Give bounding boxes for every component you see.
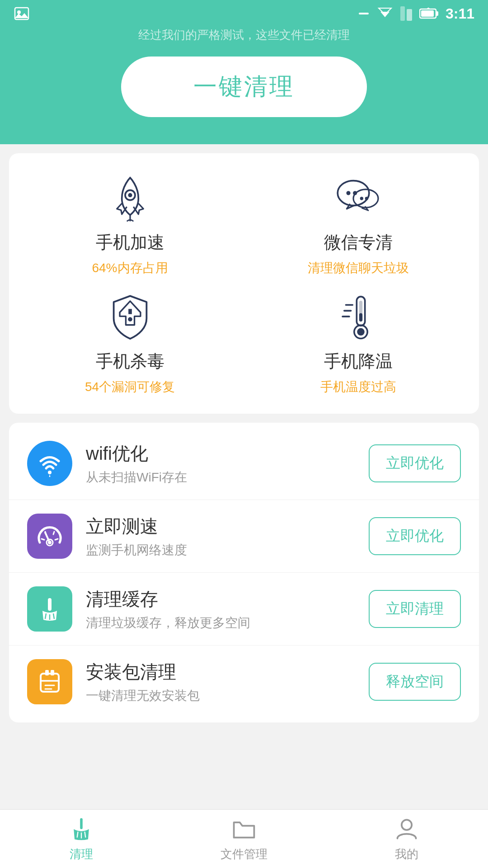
header: 一键清理 [0, 43, 488, 144]
feature-cool-title: 手机降温 [324, 350, 393, 373]
minus-icon [357, 7, 371, 20]
svg-line-32 [42, 539, 44, 540]
cache-text: 清理缓存 清理垃圾缓存，释放更多空间 [86, 587, 355, 632]
speed-desc: 监测手机网络速度 [86, 542, 355, 559]
wifi-text: wifi优化 从未扫描WiFi存在 [86, 441, 355, 486]
one-click-clean-button[interactable]: 一键清理 [121, 57, 367, 117]
svg-line-34 [45, 532, 46, 534]
folder-tab-icon [230, 816, 258, 843]
svg-rect-46 [80, 818, 83, 829]
apk-clean-button[interactable]: 释放空间 [369, 663, 461, 701]
feature-grid-card: 手机加速 64%内存占用 微信专清 清理微信聊天垃圾 [9, 153, 479, 414]
svg-rect-6 [407, 9, 412, 21]
svg-rect-8 [436, 11, 438, 16]
tab-mine-label: 我的 [395, 846, 418, 862]
apk-title: 安装包清理 [86, 660, 355, 684]
speed-title: 立即测速 [86, 514, 355, 539]
status-bar: 3:11 [0, 0, 488, 27]
tab-files[interactable]: 文件管理 [163, 810, 325, 868]
tab-mine[interactable]: 我的 [325, 810, 488, 868]
svg-point-18 [365, 197, 368, 200]
svg-rect-5 [400, 6, 405, 21]
wifi-desc: 从未扫描WiFi存在 [86, 469, 355, 486]
photo-icon [14, 5, 30, 22]
list-item-cache: 清理缓存 清理垃圾缓存，释放更多空间 立即清理 [9, 573, 479, 646]
svg-rect-9 [421, 10, 434, 17]
tab-bar: 清理 文件管理 我的 [0, 809, 488, 868]
cache-title: 清理缓存 [86, 587, 355, 612]
wifi-optimize-button[interactable]: 立即优化 [369, 444, 461, 482]
signal-icon [377, 5, 393, 22]
user-tab-icon [393, 816, 420, 843]
apk-text: 安装包清理 一键清理无效安装包 [86, 660, 355, 704]
svg-line-33 [55, 539, 58, 540]
thermometer-icon [331, 290, 385, 344]
svg-rect-25 [359, 313, 362, 321]
svg-point-50 [402, 820, 412, 830]
status-right: 3:11 [357, 5, 474, 22]
svg-rect-43 [51, 670, 54, 675]
battery-icon [419, 7, 439, 20]
feature-cool-subtitle: 手机温度过高 [320, 378, 396, 396]
wifi-list-icon [27, 441, 72, 486]
sim-icon [399, 5, 413, 22]
apk-desc: 一键清理无效安装包 [86, 687, 355, 704]
feature-wechat-clean[interactable]: 微信专清 清理微信聊天垃圾 [246, 171, 470, 277]
feature-phone-boost-subtitle: 64%内存占用 [92, 259, 168, 277]
feature-antivirus[interactable]: 手机杀毒 54个漏洞可修复 [18, 290, 242, 396]
rocket-icon [103, 171, 157, 226]
list-card: wifi优化 从未扫描WiFi存在 立即优化 立即测速 监测手机网络速度 立即优… [9, 423, 479, 722]
tab-clean-label: 清理 [70, 846, 93, 862]
speed-text: 立即测速 监测手机网络速度 [86, 514, 355, 559]
speedometer-list-icon [27, 514, 72, 559]
feature-antivirus-title: 手机杀毒 [96, 350, 164, 373]
feature-wechat-subtitle: 清理微信聊天垃圾 [308, 259, 409, 277]
list-item-apk: 安装包清理 一键清理无效安装包 释放空间 [9, 646, 479, 718]
time-display: 3:11 [446, 5, 474, 22]
wechat-icon [331, 171, 385, 226]
svg-line-35 [53, 532, 54, 534]
svg-point-19 [128, 317, 132, 322]
feature-phone-boost[interactable]: 手机加速 64%内存占用 [18, 171, 242, 277]
feature-phone-boost-title: 手机加速 [96, 231, 164, 254]
svg-rect-2 [359, 13, 369, 14]
feature-antivirus-subtitle: 54个漏洞可修复 [85, 378, 175, 396]
feature-wechat-title: 微信专清 [324, 231, 393, 254]
list-item-wifi: wifi优化 从未扫描WiFi存在 立即优化 [9, 427, 479, 500]
broom-list-icon [27, 586, 72, 632]
feature-cool-down[interactable]: 手机降温 手机温度过高 [246, 290, 470, 396]
shield-icon [103, 290, 157, 344]
svg-rect-42 [45, 670, 49, 675]
svg-point-11 [128, 193, 132, 197]
cache-desc: 清理垃圾缓存，释放更多空间 [86, 614, 355, 632]
list-item-speed: 立即测速 监测手机网络速度 立即优化 [9, 500, 479, 573]
tab-files-label: 文件管理 [221, 846, 267, 862]
wifi-title: wifi优化 [86, 441, 355, 466]
speed-optimize-button[interactable]: 立即优化 [369, 517, 461, 555]
broom-tab-icon [68, 816, 95, 843]
cache-clean-button[interactable]: 立即清理 [369, 590, 461, 628]
package-list-icon [27, 659, 72, 704]
svg-point-27 [357, 328, 365, 336]
status-left [14, 5, 30, 22]
tab-clean[interactable]: 清理 [0, 810, 163, 868]
svg-point-1 [17, 10, 21, 14]
svg-point-14 [346, 191, 350, 195]
svg-rect-36 [48, 598, 52, 611]
svg-point-17 [360, 197, 363, 200]
svg-point-28 [48, 471, 52, 474]
